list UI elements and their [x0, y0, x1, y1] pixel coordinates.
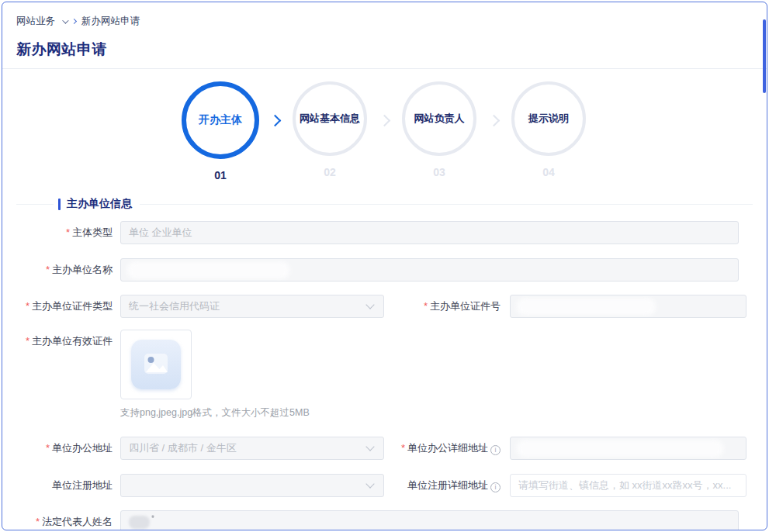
page-panel: 网站业务 新办网站申请 新办网站申请 开办主体 01 网站基本信息 02 网站负…	[2, 2, 767, 530]
legal-rep-label: *法定代表人姓名	[18, 510, 113, 530]
upload-hint: 支持png,jpeg,jpg格式，文件大小不超过5MB	[120, 406, 310, 420]
breadcrumb-current: 新办网站申请	[81, 15, 140, 28]
redacted-value	[518, 442, 722, 455]
breadcrumb: 网站业务 新办网站申请	[2, 2, 767, 28]
wizard-stepper: 开办主体 01 网站基本信息 02 网站负责人 03 提示说明 04	[2, 81, 767, 181]
image-placeholder-icon	[131, 340, 181, 389]
page-title: 新办网站申请	[16, 40, 753, 60]
certificate-upload-button[interactable]	[120, 330, 192, 399]
step-1-circle[interactable]: 开办主体	[182, 81, 259, 159]
cert-no-label: *主办单位证件号	[392, 295, 501, 318]
cert-no-input[interactable]	[510, 295, 746, 318]
step-1-number: 01	[214, 169, 227, 181]
step-2-circle[interactable]: 网站基本信息	[293, 81, 367, 156]
cert-file-label: *主办单位有效证件	[18, 330, 113, 353]
step-connector-icon	[379, 114, 391, 126]
subject-type-value: 单位 企业单位	[129, 226, 192, 240]
reg-addr-select[interactable]	[120, 474, 384, 497]
redacted-value	[129, 516, 150, 529]
required-asterisk: *	[26, 300, 29, 312]
organizer-info-form: *主体类型 单位 企业单位 *主办单位名称 *主办单位证件类型 统一社会信用代码…	[2, 221, 767, 530]
info-icon[interactable]: i	[490, 445, 501, 455]
org-name-input[interactable]	[120, 258, 739, 282]
required-asterisk: *	[401, 442, 405, 454]
step-3-number: 03	[433, 166, 445, 178]
chevron-down-icon	[365, 479, 374, 488]
chevron-down-icon	[365, 442, 374, 451]
reg-addr-detail-input[interactable]: 请填写街道、镇信息，如 xx街道xx路xx号，xx...	[510, 474, 746, 497]
step-4-notes: 提示说明 04	[503, 81, 594, 178]
step-1-opening-subject: 开办主体 01	[175, 81, 266, 181]
chevron-down-icon[interactable]	[62, 17, 68, 23]
office-addr-select[interactable]: 四川省 / 成都市 / 金牛区	[120, 437, 384, 460]
cert-type-value: 统一社会信用代码证	[129, 299, 220, 313]
office-addr-detail-label: *单位办公详细地址i	[392, 437, 501, 460]
required-asterisk: *	[36, 516, 40, 527]
subject-type-label: *主体类型	[18, 221, 113, 244]
section-accent-bar	[58, 199, 61, 210]
redacted-value	[129, 264, 288, 277]
step-3-site-manager: 网站负责人 03	[393, 81, 485, 178]
required-asterisk: *	[66, 226, 70, 238]
office-addr-value: 四川省 / 成都市 / 金牛区	[129, 441, 237, 455]
required-asterisk: *	[46, 264, 50, 275]
org-name-label: *主办单位名称	[18, 258, 113, 282]
cert-type-select[interactable]: 统一社会信用代码证	[120, 295, 384, 318]
breadcrumb-item-website-business[interactable]: 网站业务	[16, 15, 55, 28]
title-divider	[2, 68, 767, 69]
reg-addr-label: 单位注册地址	[18, 474, 113, 497]
legal-rep-mask-mark: *	[151, 514, 154, 523]
subject-type-input[interactable]: 单位 企业单位	[120, 221, 739, 244]
cert-type-label: *主办单位证件类型	[18, 295, 113, 318]
section-title: 主办单位信息	[67, 197, 132, 211]
breadcrumb-separator-icon	[71, 19, 77, 24]
step-2-number: 02	[324, 166, 336, 178]
required-asterisk: *	[26, 335, 29, 347]
chevron-down-icon	[365, 300, 374, 309]
step-2-site-basic-info: 网站基本信息 02	[284, 81, 376, 178]
office-addr-detail-input[interactable]	[510, 437, 746, 460]
step-connector-icon	[488, 114, 501, 126]
required-asterisk: *	[424, 300, 428, 312]
reg-addr-detail-label: 单位注册详细地址i	[392, 474, 501, 497]
reg-addr-detail-placeholder: 请填写街道、镇信息，如 xx街道xx路xx号，xx...	[518, 478, 731, 492]
office-addr-label: *单位办公地址	[18, 437, 113, 460]
section-header-organizer-info: 主办单位信息	[16, 197, 753, 211]
step-connector-icon	[269, 114, 282, 126]
redacted-value	[518, 300, 654, 313]
step-3-circle[interactable]: 网站负责人	[402, 81, 476, 156]
required-asterisk: *	[46, 442, 50, 454]
scrollbar-thumb[interactable]	[763, 19, 766, 93]
step-4-circle[interactable]: 提示说明	[511, 81, 586, 156]
info-icon[interactable]: i	[490, 482, 501, 492]
legal-rep-input[interactable]: *	[120, 510, 739, 530]
step-4-number: 04	[542, 166, 555, 178]
